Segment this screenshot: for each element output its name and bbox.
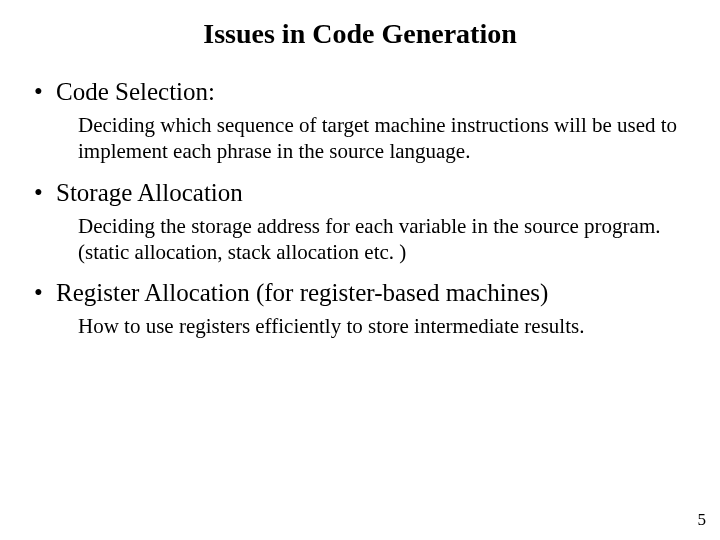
bullet-heading-row: • Storage Allocation [34,179,692,207]
bullet-heading: Code Selection: [56,78,692,106]
bullet-description: Deciding which sequence of target machin… [78,112,692,165]
page-number: 5 [698,510,707,530]
list-item: • Code Selection: Deciding which sequenc… [34,78,692,165]
bullet-icon: • [34,279,56,307]
bullet-description: Deciding the storage address for each va… [78,213,692,266]
slide: Issues in Code Generation • Code Selecti… [0,0,720,540]
bullet-icon: • [34,78,56,106]
bullet-icon: • [34,179,56,207]
slide-title: Issues in Code Generation [28,18,692,50]
list-item: • Register Allocation (for register-base… [34,279,692,339]
bullet-heading-row: • Code Selection: [34,78,692,106]
bullet-heading: Register Allocation (for register-based … [56,279,692,307]
bullet-heading: Storage Allocation [56,179,692,207]
bullet-heading-row: • Register Allocation (for register-base… [34,279,692,307]
list-item: • Storage Allocation Deciding the storag… [34,179,692,266]
bullet-list: • Code Selection: Deciding which sequenc… [28,78,692,339]
bullet-description: How to use registers efficiently to stor… [78,313,692,339]
